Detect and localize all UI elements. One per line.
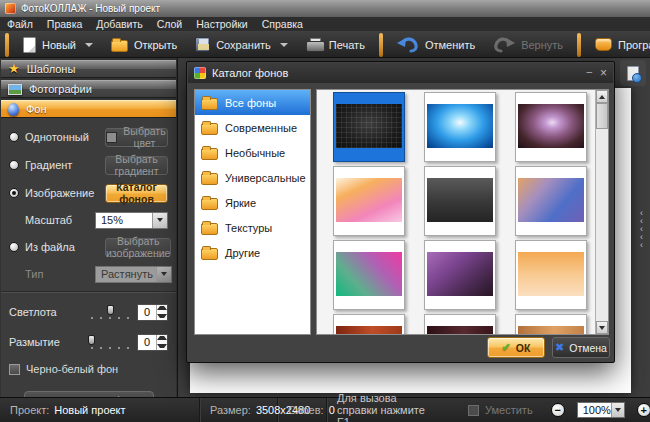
star-icon [8,63,20,75]
menu-item[interactable]: Добавить [89,18,149,30]
background-thumbnail-rust-red[interactable] [333,314,405,334]
zoom-out-button[interactable] [551,403,565,417]
menu-item[interactable]: Слой [150,18,190,30]
lightness-slider-thumb[interactable] [107,305,114,315]
image-radio[interactable] [9,188,19,198]
scrollbar-thumb[interactable] [596,103,608,129]
app-icon [5,3,16,14]
background-thumbnail-dark-grid[interactable] [333,92,405,162]
category-item[interactable]: Яркие [195,190,310,215]
color-swatch [106,132,117,143]
chevron-down-icon[interactable] [152,213,167,228]
bw-checkbox[interactable] [9,364,20,375]
menu-item[interactable]: Справка [255,18,310,30]
fit-button[interactable]: Уместить [458,398,543,422]
minimize-icon[interactable] [586,66,592,80]
chevron-down-icon[interactable] [156,267,171,282]
background-thumbnail-dark-gray-gradient[interactable] [424,166,496,236]
scale-select[interactable]: 15% [95,212,168,229]
from-file-radio[interactable] [9,242,19,252]
background-catalog-button[interactable]: Каталог фонов [105,184,168,203]
thumbnail-grid [317,90,595,334]
menu-item[interactable]: Файл [0,18,40,30]
menu-bar: ФайлПравкаДобавитьСлойНастройкиСправка [0,17,650,31]
thumbnail-scrollbar[interactable] [595,90,608,334]
spin-up-icon[interactable] [157,305,167,313]
choose-gradient-button[interactable]: Выбрать градиент [105,156,168,175]
from-file-label: Из файла [25,241,99,253]
scroll-up-button[interactable] [596,90,608,103]
background-thumbnail-purple-nebula[interactable] [515,92,587,162]
print-button[interactable]: Печать [297,32,374,58]
sidebar-section-background[interactable]: Фон [1,100,176,118]
spin-up-icon[interactable] [157,335,167,343]
add-page-button[interactable] [620,60,646,86]
size-label: Размер: [210,404,251,416]
dialog-titlebar[interactable]: Каталог фонов [188,63,613,83]
toolbar-separator [5,33,9,57]
open-button[interactable]: Открыть [102,32,186,58]
peach-gradient-image [518,252,584,296]
right-panel-collapse-handle[interactable]: ‹‹‹‹‹ [640,210,643,249]
category-item[interactable]: Универсальные [195,165,310,190]
solid-color-radio[interactable] [9,132,19,142]
sidebar-section-photos[interactable]: Фотографии [1,80,176,98]
layers-label: Слоев: [288,404,324,416]
redo-arrow-icon [493,36,515,53]
new-button[interactable]: Новый [14,32,102,58]
sidebar-section-templates[interactable]: Шаблоны [1,60,176,78]
tan-brown-image [518,326,584,334]
title-bar[interactable]: ФотоКОЛЛАЖ - Новый проект [0,0,650,17]
background-thumbnail-blue-violet-gradient[interactable] [515,166,587,236]
category-item[interactable]: Текстуры [195,215,310,240]
save-button[interactable]: Сохранить [186,32,297,58]
category-item[interactable]: Необычные [195,140,310,165]
lightness-label: Светлота [9,306,83,318]
category-item[interactable]: Современные [195,115,310,140]
blue-burst-image [427,104,493,148]
ok-button[interactable]: ОК [487,337,545,358]
background-thumbnail-green-magenta-gradient[interactable] [333,240,405,310]
choose-image-button[interactable]: Выбрать изображение [105,238,171,257]
category-item[interactable]: Все фоны [195,90,310,115]
menu-item[interactable]: Настройки [189,18,255,30]
cancel-button[interactable]: Отмена [552,337,610,358]
choose-color-button[interactable]: Выбрать цвет [105,128,168,147]
zoom-in-button[interactable] [637,403,650,417]
bw-label: Черно-белый фон [26,363,118,375]
close-icon[interactable] [600,66,607,80]
background-thumbnail-orange-pink-gradient[interactable] [333,166,405,236]
spin-down-icon[interactable] [157,312,167,320]
lightness-slider[interactable] [89,304,131,320]
window-title: ФотоКОЛЛАЖ - Новый проект [21,3,160,14]
chevron-down-icon[interactable] [85,43,93,47]
zoom-level-select[interactable]: 100% [577,402,625,418]
chevron-down-icon[interactable] [611,403,624,417]
solid-color-label: Однотонный [25,131,99,143]
spin-down-icon[interactable] [157,342,167,350]
background-thumbnail-peach-gradient[interactable] [515,240,587,310]
x-icon [555,341,564,354]
blur-slider[interactable] [89,334,131,350]
background-thumbnail-blue-burst[interactable] [424,92,496,162]
background-thumbnail-purple-dark-gradient[interactable] [424,240,496,310]
type-select[interactable]: Растянуть [95,266,172,283]
menu-item[interactable]: Правка [40,18,89,30]
dark-gray-gradient-image [427,178,493,222]
gradient-radio[interactable] [9,160,19,170]
programs-button[interactable]: Программы [586,32,650,58]
zoom-value: 100% [583,404,611,416]
undo-button[interactable]: Отменить [388,32,484,58]
scroll-down-button[interactable] [596,321,608,334]
redo-button[interactable]: Вернуть [484,32,572,58]
lightness-spinbox[interactable]: 0 [137,304,168,321]
blur-spinbox[interactable]: 0 [137,334,168,351]
background-thumbnail-dark-maroon[interactable] [424,314,496,334]
green-magenta-gradient-image [336,252,402,296]
category-item[interactable]: Другие [195,240,310,265]
chevron-down-icon[interactable] [280,43,288,47]
programs-icon [595,38,612,51]
background-thumbnail-tan-brown[interactable] [515,314,587,334]
blur-slider-thumb[interactable] [88,335,95,345]
toolbar: Новый Открыть Сохранить Печать Отменить … [0,31,650,58]
